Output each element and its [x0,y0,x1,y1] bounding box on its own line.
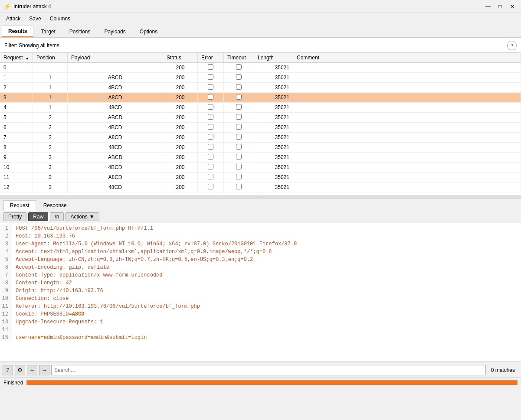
line-content: Content-Length: 42 [12,279,75,287]
status-text: Finished [3,380,23,386]
line-content: Accept: text/html,application/xhtml+xml,… [12,248,275,256]
table-cell: 2 [0,83,33,93]
line-content: Referer: http://10.163.193.76/06/vul/bur… [12,303,203,310]
table-cell: 48CD [67,182,163,192]
table-cell: 4 [0,103,33,113]
filter-help-button[interactable]: ? [507,41,517,50]
col-payload[interactable]: Payload [67,53,163,63]
table-cell [223,143,254,153]
actions-button[interactable]: Actions ▼ [66,212,99,221]
col-position-label: Position [36,55,55,61]
raw-button[interactable]: Raw [28,212,48,221]
code-line: 2Host: 10.163.193.76 [0,232,521,240]
table-cell: 200 [163,113,197,123]
settings-button[interactable]: ⚙ [15,365,25,375]
table-row[interactable]: 11ABCD20035021 [0,73,521,83]
table-row[interactable]: 31A8CD20035021 [0,93,521,103]
table-cell: 1 [0,73,33,83]
search-input[interactable] [51,365,486,375]
table-cell: 35021 [254,103,293,113]
table-row[interactable]: 214BCD20035021 [0,83,521,93]
table-cell [197,103,223,113]
line-content: Origin: http://10.163.193.76 [12,287,107,295]
table-cell [197,182,223,192]
maximize-button[interactable]: □ [495,2,505,11]
table-cell: 200 [163,173,197,182]
pretty-button[interactable]: Pretty [3,212,26,221]
menu-columns[interactable]: Columns [46,14,75,23]
minimize-button[interactable]: — [483,2,493,11]
table-cell: 4BCD [67,163,163,173]
tab-request[interactable]: Request [3,200,36,211]
line-number: 4 [0,248,12,256]
table-cell: 35021 [254,133,293,143]
table-row[interactable]: 52ABCD20035021 [0,113,521,123]
table-cell: 200 [163,63,197,73]
table-row[interactable]: 1034BCD20035021 [0,163,521,173]
col-request[interactable]: Request ▲ [0,53,33,63]
help-button[interactable]: ? [3,365,13,375]
table-row[interactable]: 72A8CD20035021 [0,133,521,143]
table-row[interactable]: 624BCD20035021 [0,123,521,133]
newline-button[interactable]: \n [50,212,64,221]
table-cell [293,103,521,113]
code-line: 5Accept-Language: zh-CN,zh;q=0.8,zh-TW;q… [0,256,521,264]
filter-text[interactable]: Filter: Showing all items [4,42,59,49]
table-cell: 200 [163,153,197,163]
table-cell: 200 [163,83,197,93]
table-row[interactable]: 020035021 [0,63,521,73]
tab-payloads[interactable]: Payloads [98,26,132,37]
table-cell: A8CD [67,93,163,103]
table-cell: 2 [33,143,67,153]
app-icon: ⚡ [3,3,11,10]
col-position[interactable]: Position [33,53,67,63]
line-number: 1 [0,225,12,232]
table-cell: 35021 [254,153,293,163]
req-res-tabs: Request Response [0,199,521,211]
table-cell [197,153,223,163]
table-row[interactable]: 93ABCD20035021 [0,153,521,163]
table-cell [223,153,254,163]
close-button[interactable]: ✕ [507,2,518,11]
line-content: Cookie: PHPSESSID=A8CD [12,310,88,318]
line-number: 13 [0,318,12,326]
table-cell [223,123,254,133]
table-row[interactable]: 113A8CD20035021 [0,173,521,182]
line-content: username=admin&password=amdin&submit=Log… [12,334,150,342]
table-cell: 35021 [254,63,293,73]
results-table: Request ▲ Position Payload Status Error … [0,53,521,192]
col-status[interactable]: Status [163,53,197,63]
col-comment[interactable]: Comment [293,53,521,63]
tab-target[interactable]: Target [34,26,62,37]
table-cell [293,133,521,143]
col-length[interactable]: Length [254,53,293,63]
code-line: 8Content-Length: 42 [0,279,521,287]
forward-button[interactable]: → [39,365,49,375]
results-table-container: Request ▲ Position Payload Status Error … [0,53,521,196]
tab-response[interactable]: Response [37,200,73,211]
table-row[interactable]: 8248CD20035021 [0,143,521,153]
table-cell: 35021 [254,173,293,182]
table-cell [33,63,67,73]
tab-options[interactable]: Options [133,26,164,37]
table-cell: 12 [0,182,33,192]
table-cell: 3 [33,153,67,163]
code-editor[interactable]: 1POST /06/vul/burteforce/bf_form.php HTT… [0,223,521,361]
table-cell: 3 [33,163,67,173]
col-error[interactable]: Error [197,53,223,63]
table-row[interactable]: 12348CD20035021 [0,182,521,192]
table-cell [293,173,521,182]
table-cell: A8CD [67,133,163,143]
table-cell [197,133,223,143]
menu-save[interactable]: Save [25,14,45,23]
tab-positions[interactable]: Positions [63,26,97,37]
table-cell [293,63,521,73]
menu-attack[interactable]: Attack [2,14,25,23]
tab-results[interactable]: Results [2,26,33,37]
line-number: 7 [0,271,12,279]
col-timeout[interactable]: Timeout [223,53,254,63]
table-cell: 1 [33,83,67,93]
back-button[interactable]: ← [27,365,37,375]
col-timeout-label: Timeout [227,55,246,61]
table-row[interactable]: 4148CD20035021 [0,103,521,113]
